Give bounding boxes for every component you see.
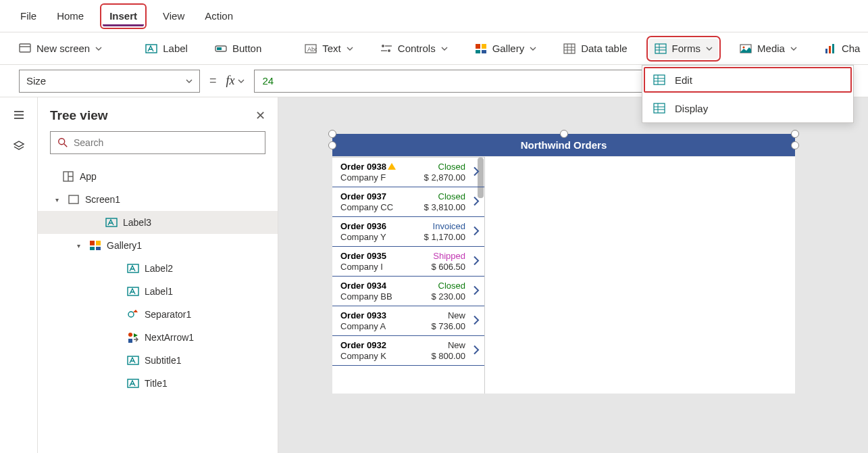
tree-node-label1[interactable]: Label1 bbox=[38, 280, 278, 303]
resize-handle[interactable] bbox=[791, 130, 799, 138]
ribbon-button-text: Button bbox=[232, 43, 261, 54]
forms-icon bbox=[653, 102, 665, 114]
forms-menu-edit[interactable]: Edit bbox=[642, 66, 853, 94]
controls-icon bbox=[380, 43, 392, 55]
button-icon bbox=[215, 43, 227, 55]
ribbon-new-screen[interactable]: New screen bbox=[14, 39, 107, 59]
tree-node-screen1[interactable]: ▾ Screen1 bbox=[38, 188, 278, 211]
app-icon bbox=[62, 170, 74, 183]
tree-node-title1[interactable]: Title1 bbox=[38, 372, 278, 395]
tree-title: Tree view bbox=[50, 108, 108, 123]
chevron-right-icon[interactable] bbox=[472, 166, 480, 178]
resize-handle[interactable] bbox=[560, 130, 568, 138]
hamburger-icon bbox=[13, 109, 25, 121]
layers-icon bbox=[13, 140, 25, 152]
order-status: Invoiced bbox=[433, 221, 465, 231]
tree-node-label3[interactable]: Label3 bbox=[38, 211, 278, 234]
rail-hamburger[interactable] bbox=[11, 107, 27, 123]
left-rail bbox=[0, 97, 38, 453]
tree-node-subtitle1[interactable]: Subtitle1 bbox=[38, 349, 278, 372]
tree-node-label: Subtitle1 bbox=[145, 355, 181, 366]
company-name: Company CC bbox=[340, 202, 393, 212]
gallery-preview[interactable]: Order 0938ClosedCompany F$ 2,870.00Order… bbox=[332, 157, 485, 394]
ribbon-controls[interactable]: Controls bbox=[375, 39, 453, 59]
resize-handle[interactable] bbox=[328, 141, 336, 149]
tree-node-label2[interactable]: Label2 bbox=[38, 257, 278, 280]
tree-search-input[interactable] bbox=[74, 137, 258, 148]
label-icon bbox=[127, 285, 139, 297]
menu-action[interactable]: Action bbox=[203, 7, 234, 24]
caret-icon: ▾ bbox=[77, 242, 84, 249]
label-icon bbox=[127, 262, 139, 275]
forms-dropdown: Edit Display bbox=[642, 65, 854, 123]
separator-icon bbox=[127, 308, 139, 320]
order-number: Order 0937 bbox=[340, 191, 386, 201]
forms-icon bbox=[655, 43, 667, 55]
order-status: Shipped bbox=[433, 251, 465, 261]
tree-node-gallery1[interactable]: ▾ Gallery1 bbox=[38, 234, 278, 257]
gallery-item[interactable]: Order 0933NewCompany A$ 736.00 bbox=[332, 306, 484, 336]
media-icon bbox=[740, 43, 752, 55]
order-status: Closed bbox=[438, 162, 465, 172]
ribbon-chart[interactable]: Cha bbox=[819, 39, 866, 59]
rail-tree-view[interactable] bbox=[0, 138, 27, 154]
resize-handle[interactable] bbox=[328, 130, 336, 138]
gallery-item[interactable]: Order 0938ClosedCompany F$ 2,870.00 bbox=[332, 158, 484, 187]
label-icon bbox=[127, 377, 139, 389]
gallery-item[interactable]: Order 0935ShippedCompany I$ 606.50 bbox=[332, 247, 484, 277]
menu-home[interactable]: Home bbox=[55, 7, 85, 24]
forms-menu-display-label: Display bbox=[675, 103, 708, 114]
ribbon-gallery[interactable]: Gallery bbox=[469, 39, 542, 59]
canvas[interactable]: Northwind Orders Order 0938ClosedCompany… bbox=[278, 97, 868, 453]
tree-close-button[interactable]: ✕ bbox=[255, 108, 265, 123]
tree-search[interactable] bbox=[50, 131, 265, 154]
chevron-down-icon bbox=[95, 45, 102, 52]
order-amount: $ 736.00 bbox=[431, 321, 465, 331]
ribbon-text[interactable]: Text bbox=[299, 39, 359, 59]
order-number: Order 0938 bbox=[340, 162, 396, 172]
chevron-right-icon[interactable] bbox=[472, 315, 480, 327]
ribbon-forms[interactable]: Forms bbox=[649, 39, 719, 59]
company-name: Company A bbox=[340, 321, 386, 331]
tree-header: Tree view ✕ bbox=[38, 97, 278, 131]
caret-icon: ▾ bbox=[55, 196, 62, 204]
company-name: Company I bbox=[340, 262, 383, 272]
ribbon-data-table[interactable]: Data table bbox=[558, 39, 632, 59]
warning-icon bbox=[388, 163, 396, 170]
fx-button[interactable]: fx bbox=[226, 74, 245, 88]
ribbon-media[interactable]: Media bbox=[734, 39, 802, 59]
ribbon-label[interactable]: Label bbox=[140, 39, 193, 59]
order-number: Order 0932 bbox=[340, 340, 386, 350]
order-amount: $ 606.50 bbox=[431, 262, 465, 272]
resize-handle[interactable] bbox=[791, 141, 799, 149]
tree-node-app[interactable]: App bbox=[38, 165, 278, 188]
company-name: Company K bbox=[340, 351, 386, 361]
gallery-item[interactable]: Order 0934ClosedCompany BB$ 230.00 bbox=[332, 277, 484, 306]
title-bar[interactable]: Northwind Orders bbox=[332, 134, 795, 156]
order-number: Order 0935 bbox=[340, 251, 386, 261]
company-name: Company Y bbox=[340, 232, 386, 242]
chevron-right-icon[interactable] bbox=[472, 285, 480, 297]
gallery-item[interactable]: Order 0936InvoicedCompany Y$ 1,170.00 bbox=[332, 217, 484, 247]
ribbon-button[interactable]: Button bbox=[209, 39, 267, 59]
property-selector[interactable]: Size bbox=[19, 70, 200, 93]
gallery-icon bbox=[89, 239, 101, 252]
tree-node-separator1[interactable]: Separator1 bbox=[38, 303, 278, 326]
gallery-item[interactable]: Order 0937ClosedCompany CC$ 3,810.00 bbox=[332, 187, 484, 217]
screen-icon bbox=[68, 193, 80, 206]
menu-file[interactable]: File bbox=[19, 7, 38, 24]
ribbon-text-label: Text bbox=[322, 43, 341, 54]
menu-view[interactable]: View bbox=[161, 7, 186, 24]
selected-label[interactable]: Northwind Orders bbox=[332, 134, 795, 156]
tree-node-nextarrow1[interactable]: NextArrow1 bbox=[38, 326, 278, 349]
menu-insert[interactable]: Insert bbox=[103, 6, 144, 26]
chevron-right-icon[interactable] bbox=[472, 196, 480, 208]
chevron-right-icon[interactable] bbox=[472, 256, 480, 267]
forms-menu-display[interactable]: Display bbox=[642, 94, 853, 122]
ribbon-media-label: Media bbox=[757, 43, 785, 54]
chevron-right-icon[interactable] bbox=[472, 226, 480, 237]
label-icon bbox=[105, 216, 118, 229]
ribbon-new-screen-label: New screen bbox=[36, 43, 90, 54]
gallery-item[interactable]: Order 0932NewCompany K$ 800.00 bbox=[332, 336, 484, 366]
chevron-right-icon[interactable] bbox=[472, 345, 480, 356]
